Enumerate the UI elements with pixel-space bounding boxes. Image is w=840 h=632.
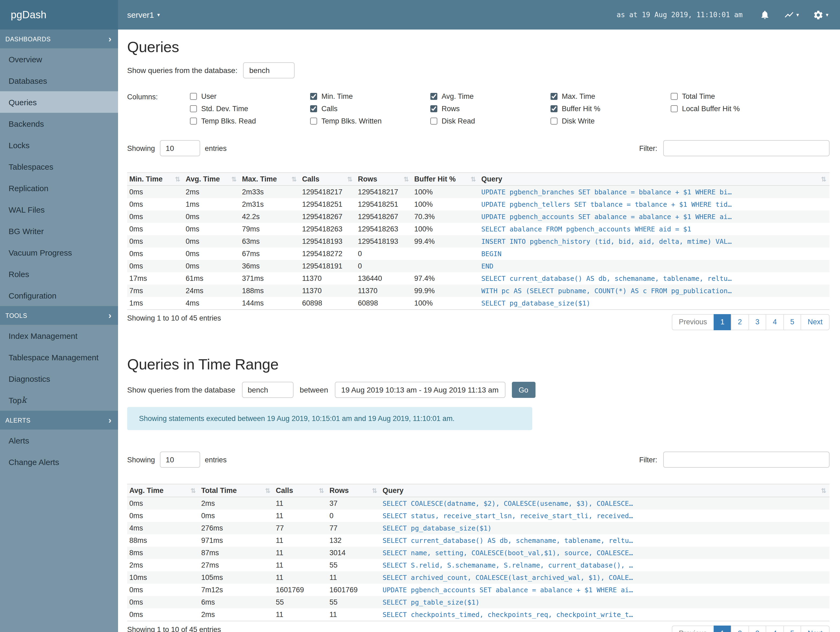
column-checkbox[interactable]: [310, 105, 317, 112]
query-cell[interactable]: SELECT pg_table_size($1): [381, 596, 829, 608]
column-header-avg-time[interactable]: Avg. Time⇅: [183, 173, 240, 185]
query-link[interactable]: END: [481, 262, 493, 270]
filter-input[interactable]: [663, 451, 829, 468]
column-header-calls[interactable]: Calls⇅: [300, 173, 356, 185]
column-header-query[interactable]: Query⇅: [479, 173, 829, 185]
column-checkbox[interactable]: [430, 117, 437, 125]
column-toggle-rows[interactable]: Rows: [430, 105, 551, 113]
pagination-previous[interactable]: Previous: [672, 626, 714, 632]
pagination-page-3[interactable]: 3: [748, 314, 766, 330]
query-link[interactable]: UPDATE pgbench_accounts SET abalance = a…: [382, 586, 633, 594]
query-link[interactable]: SELECT current_database() AS db, scheman…: [382, 537, 633, 545]
column-header-query[interactable]: Query⇅: [381, 484, 829, 497]
column-header-avg-time[interactable]: Avg. Time⇅: [127, 484, 199, 497]
notifications-bell-icon[interactable]: [760, 10, 770, 20]
pagination-next[interactable]: Next: [801, 626, 829, 632]
pagination-page-5[interactable]: 5: [783, 314, 801, 330]
sidebar-section-alerts[interactable]: ALERTS›: [0, 411, 118, 429]
sidebar-item-vacuum-progress[interactable]: Vacuum Progress: [0, 242, 118, 263]
entries-select[interactable]: [160, 140, 200, 156]
sidebar-item-index-management[interactable]: Index Management: [0, 325, 118, 346]
sidebar-item-alerts[interactable]: Alerts: [0, 429, 118, 451]
query-link[interactable]: SELECT archived_count, COALESCE(last_arc…: [382, 573, 633, 581]
sidebar-item-bg-writer[interactable]: BG Writer: [0, 220, 118, 242]
query-cell[interactable]: INSERT INTO pgbench_history (tid, bid, a…: [479, 235, 829, 247]
query-cell[interactable]: SELECT name, setting, COALESCE(boot_val,…: [381, 546, 829, 559]
column-checkbox[interactable]: [671, 93, 678, 100]
query-cell[interactable]: SELECT pg_database_size($1): [381, 522, 829, 534]
sidebar-section-dashboards[interactable]: DASHBOARDS›: [0, 30, 118, 48]
query-link[interactable]: SELECT pg_database_size($1): [481, 299, 590, 307]
column-toggle-calls[interactable]: Calls: [310, 105, 430, 113]
query-cell[interactable]: SELECT COALESCE(datname, $2), COALESCE(u…: [381, 497, 829, 510]
sidebar-item-top-k[interactable]: Top k: [0, 389, 118, 411]
query-cell[interactable]: SELECT checkpoints_timed, checkpoints_re…: [381, 608, 829, 621]
query-link[interactable]: SELECT pg_database_size($1): [382, 524, 491, 532]
filter-input[interactable]: [663, 140, 829, 156]
sidebar-item-backends[interactable]: Backends: [0, 113, 118, 134]
query-link[interactable]: SELECT checkpoints_timed, checkpoints_re…: [382, 610, 633, 619]
sidebar-item-roles[interactable]: Roles: [0, 263, 118, 285]
go-button[interactable]: Go: [512, 382, 535, 398]
query-cell[interactable]: UPDATE pgbench_accounts SET abalance = a…: [381, 584, 829, 596]
column-toggle-avg-time[interactable]: Avg. Time: [430, 92, 551, 100]
pagination-page-2[interactable]: 2: [731, 314, 749, 330]
column-checkbox[interactable]: [551, 117, 557, 125]
sidebar-item-replication[interactable]: Replication: [0, 177, 118, 199]
query-link[interactable]: SELECT name, setting, COALESCE(boot_val,…: [382, 549, 633, 557]
query-cell[interactable]: SELECT archived_count, COALESCE(last_arc…: [381, 571, 829, 584]
query-cell[interactable]: SELECT current_database() AS db, scheman…: [479, 272, 829, 285]
pagination-page-3[interactable]: 3: [748, 626, 766, 632]
entries-select[interactable]: [160, 451, 200, 468]
query-cell[interactable]: BEGIN: [479, 247, 829, 260]
pagination-page-1[interactable]: 1: [714, 314, 731, 330]
query-cell[interactable]: END: [479, 260, 829, 272]
column-checkbox[interactable]: [190, 93, 197, 100]
sidebar-section-tools[interactable]: TOOLS›: [0, 306, 118, 325]
column-toggle-max-time[interactable]: Max. Time: [551, 92, 671, 100]
column-toggle-buffer-hit[interactable]: Buffer Hit %: [551, 105, 671, 113]
sidebar-item-tablespace-management[interactable]: Tablespace Management: [0, 346, 118, 368]
sidebar-item-queries[interactable]: Queries: [0, 91, 118, 113]
column-checkbox[interactable]: [430, 93, 437, 100]
brand-logo[interactable]: pgDash: [0, 0, 118, 30]
sidebar-item-change-alerts[interactable]: Change Alerts: [0, 451, 118, 472]
column-toggle-std-dev-time[interactable]: Std. Dev. Time: [190, 105, 310, 113]
pagination-next[interactable]: Next: [801, 314, 829, 330]
settings-menu[interactable]: ▾: [813, 10, 829, 20]
query-link[interactable]: BEGIN: [481, 250, 501, 258]
query-link[interactable]: SELECT COALESCE(datname, $2), COALESCE(u…: [382, 499, 633, 507]
query-cell[interactable]: SELECT status, receive_start_lsn, receiv…: [381, 510, 829, 522]
query-cell[interactable]: UPDATE pgbench_tellers SET tbalance = tb…: [479, 198, 829, 211]
pagination-page-5[interactable]: 5: [783, 626, 801, 632]
column-header-rows[interactable]: Rows⇅: [356, 173, 412, 185]
column-header-rows[interactable]: Rows⇅: [327, 484, 381, 497]
column-checkbox[interactable]: [671, 105, 678, 112]
query-cell[interactable]: SELECT pg_database_size($1): [479, 297, 829, 310]
column-toggle-disk-read[interactable]: Disk Read: [430, 117, 551, 125]
column-toggle-temp-blks-read[interactable]: Temp Blks. Read: [190, 117, 310, 125]
sidebar-item-wal-files[interactable]: WAL Files: [0, 199, 118, 220]
column-toggle-local-buffer-hit[interactable]: Local Buffer Hit %: [671, 105, 791, 113]
query-link[interactable]: SELECT S.relid, S.schemaname, S.relname,…: [382, 561, 633, 569]
sidebar-item-locks[interactable]: Locks: [0, 134, 118, 156]
query-cell[interactable]: UPDATE pgbench_accounts SET abalance = a…: [479, 211, 829, 223]
query-link[interactable]: UPDATE pgbench_accounts SET abalance = a…: [481, 213, 732, 221]
pagination-page-4[interactable]: 4: [766, 626, 784, 632]
sidebar-item-configuration[interactable]: Configuration: [0, 285, 118, 306]
query-cell[interactable]: SELECT current_database() AS db, scheman…: [381, 534, 829, 546]
pagination-page-4[interactable]: 4: [766, 314, 784, 330]
column-toggle-disk-write[interactable]: Disk Write: [551, 117, 671, 125]
query-link[interactable]: SELECT pg_table_size($1): [382, 598, 479, 606]
query-link[interactable]: UPDATE pgbench_branches SET bbalance = b…: [481, 188, 732, 196]
column-checkbox[interactable]: [190, 105, 197, 112]
query-link[interactable]: SELECT current_database() AS db, scheman…: [481, 274, 732, 282]
column-toggle-temp-blks-written[interactable]: Temp Blks. Written: [310, 117, 430, 125]
charts-menu[interactable]: ▾: [784, 10, 799, 20]
column-checkbox[interactable]: [310, 93, 317, 100]
date-range-input[interactable]: [335, 382, 505, 398]
column-checkbox[interactable]: [190, 117, 197, 125]
query-cell[interactable]: SELECT S.relid, S.schemaname, S.relname,…: [381, 559, 829, 571]
query-cell[interactable]: UPDATE pgbench_branches SET bbalance = b…: [479, 185, 829, 198]
sidebar-item-tablespaces[interactable]: Tablespaces: [0, 156, 118, 177]
